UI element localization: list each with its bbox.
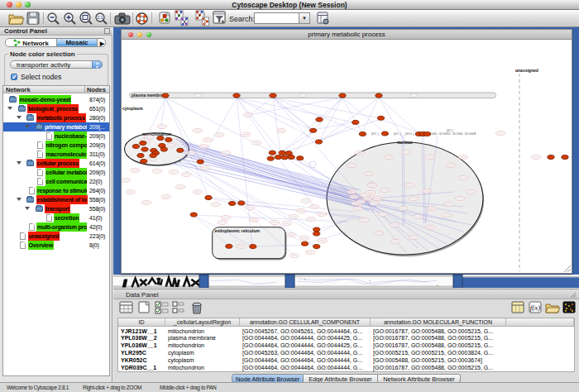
svg-text:[GO:..]: [GO:..] [394,132,401,136]
svg-text:unassigned: unassigned [515,68,538,73]
svg-text:cytoplasm: cytoplasm [122,106,143,111]
svg-text:[GO:..]: [GO:..] [371,132,379,136]
svg-text:f(x): f(x) [530,304,541,312]
svg-text:GO:0045.. GO:00452.. GO:0044..: GO:0045.. GO:00452.. GO:0044.. GO:00448 [427,132,476,136]
svg-text:1:1: 1:1 [98,15,103,20]
svg-text:[GO..]: [GO..] [447,129,453,132]
svg-text:endoplasmic reticulum: endoplasmic reticulum [215,228,261,233]
svg-text:[GO:0..]: [GO:0..] [405,132,414,136]
svg-text:nucleus: nucleus [397,140,413,145]
